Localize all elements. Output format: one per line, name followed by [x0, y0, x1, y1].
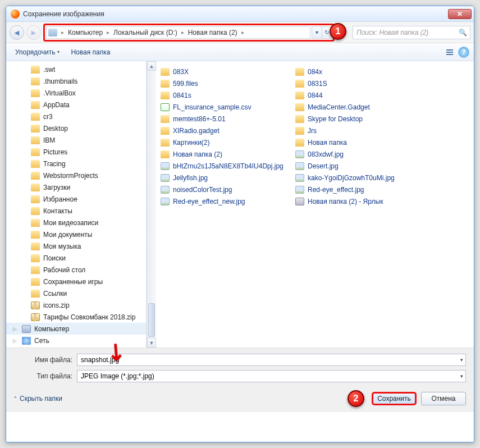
- file-item[interactable]: FL_insurance_sample.csv: [158, 101, 293, 113]
- img-icon: [295, 174, 304, 182]
- file-item[interactable]: Jellyfish.jpg: [158, 172, 293, 184]
- file-item[interactable]: XIRadio.gadget: [158, 125, 293, 136]
- file-item[interactable]: memtest86+-5.01: [158, 113, 293, 125]
- file-item[interactable]: Новая папка: [293, 136, 428, 148]
- zip-icon: [31, 301, 40, 309]
- filetype-select[interactable]: JPEG Image (*.jpg;*.jpg) ▾: [77, 370, 466, 382]
- filename-input[interactable]: snapshot.jpg ▾: [77, 354, 466, 366]
- tree-item[interactable]: Ссылки: [6, 287, 146, 299]
- scroll-up-button[interactable]: ▲: [147, 61, 156, 71]
- img-icon: [295, 150, 304, 158]
- file-item-label: Skype for Desktop: [308, 115, 363, 123]
- back-button[interactable]: ◄: [10, 25, 24, 40]
- chevron-down-icon[interactable]: ▾: [460, 357, 463, 363]
- tree-item[interactable]: ▷Сеть: [6, 335, 146, 346]
- cancel-button[interactable]: Отмена: [421, 392, 466, 405]
- tree-item-label: Загрузки: [43, 184, 70, 191]
- file-item[interactable]: 0831S: [293, 77, 428, 89]
- file-item[interactable]: 084x: [293, 66, 428, 77]
- tree-item[interactable]: Desktop: [6, 122, 146, 134]
- file-item[interactable]: Картинки(2): [158, 136, 293, 148]
- close-button[interactable]: ✕: [448, 9, 472, 19]
- firefox-icon: [11, 10, 20, 19]
- img-icon: [295, 186, 304, 194]
- folder-icon: [31, 207, 40, 215]
- file-item-label: 0844: [308, 92, 323, 99]
- expand-icon[interactable]: ▷: [13, 338, 19, 344]
- tree-item[interactable]: .VirtualBox: [6, 87, 146, 99]
- file-item[interactable]: Новая папка (2): [158, 148, 293, 160]
- tree-item[interactable]: icons.zip: [6, 299, 146, 311]
- tree-item-label: Моя музыка: [43, 243, 81, 250]
- tree-item[interactable]: Pictures: [6, 146, 146, 158]
- tree-item[interactable]: Поиски: [6, 252, 146, 264]
- tree-item-label: AppData: [43, 101, 70, 109]
- tree-item[interactable]: Сохраненные игры: [6, 276, 146, 287]
- file-item[interactable]: 599.files: [158, 77, 293, 89]
- file-item[interactable]: 0841s: [158, 89, 293, 101]
- tree-item[interactable]: Моя музыка: [6, 240, 146, 252]
- breadcrumb-item[interactable]: Локальный диск (D:): [112, 28, 179, 38]
- folder-icon: [31, 195, 40, 203]
- folder-icon: [31, 66, 40, 74]
- search-input[interactable]: Поиск: Новая папка (2) 🔍: [353, 26, 470, 39]
- chevron-down-icon[interactable]: ▾: [460, 373, 463, 379]
- file-item[interactable]: noisedColorTest.jpg: [158, 184, 293, 195]
- tree-item-label: Tracing: [43, 160, 66, 168]
- file-item[interactable]: kako-YgoiDjGzowhT0uMi.jpg: [293, 172, 428, 184]
- tree-item[interactable]: Тарифы Совкомбанк 2018.zip: [6, 311, 146, 323]
- file-item[interactable]: Jrs: [293, 125, 428, 136]
- hide-folders-button[interactable]: ˄ Скрыть папки: [14, 395, 62, 403]
- tree-item[interactable]: .thumbnails: [6, 75, 146, 87]
- folder-icon: [31, 113, 40, 121]
- scroll-down-button[interactable]: ▼: [147, 338, 156, 348]
- file-item[interactable]: Red-eye_effect.jpg: [293, 184, 428, 195]
- file-item[interactable]: bHtZrnu2s1J5aN8EX8Tb4IU4Dpj.jpg: [158, 160, 293, 172]
- folder-icon: [31, 160, 40, 168]
- file-item[interactable]: 083xdwf.jpg: [293, 148, 428, 160]
- file-item[interactable]: Skype for Desktop: [293, 113, 428, 125]
- file-item[interactable]: 083X: [158, 66, 293, 77]
- breadcrumb-item[interactable]: Новая папка (2): [186, 28, 239, 38]
- folder-icon: [161, 92, 170, 99]
- tree-scrollbar[interactable]: ▲ ▼: [147, 61, 156, 348]
- organize-button[interactable]: Упорядочить ▾: [11, 46, 64, 58]
- file-list[interactable]: 083X599.files0841sFL_insurance_sample.cs…: [156, 61, 474, 348]
- view-options-button[interactable]: [444, 47, 456, 58]
- file-item[interactable]: MediaCenter.Gadget: [293, 101, 428, 113]
- file-item[interactable]: Desert.jpg: [293, 160, 428, 172]
- file-item-label: FL_insurance_sample.csv: [173, 103, 251, 111]
- tree-item[interactable]: WebstormProjects: [6, 170, 146, 181]
- chevron-up-icon: ˄: [14, 396, 17, 402]
- tree-item-label: Desktop: [43, 125, 68, 132]
- tree-item[interactable]: IBM: [6, 134, 146, 146]
- tree-item[interactable]: Избранное: [6, 193, 146, 205]
- save-button[interactable]: 2 Сохранить: [372, 392, 417, 405]
- file-item[interactable]: Red-eye_effect_new.jpg: [158, 195, 293, 207]
- tree-item[interactable]: cr3: [6, 111, 146, 122]
- forward-button[interactable]: ►: [26, 25, 41, 40]
- tree-item[interactable]: Контакты: [6, 205, 146, 217]
- address-bar[interactable]: ▸ Компьютер ▸ Локальный диск (D:) ▸ Нова…: [46, 26, 310, 39]
- help-button[interactable]: ?: [458, 47, 469, 58]
- tree-item[interactable]: Мои видеозаписи: [6, 217, 146, 228]
- folder-tree[interactable]: .swt.thumbnails.VirtualBoxAppDatacr3Desk…: [6, 61, 147, 348]
- address-dropdown-button[interactable]: ▾: [312, 26, 322, 39]
- tree-item[interactable]: Tracing: [6, 158, 146, 170]
- titlebar[interactable]: Сохранение изображения ✕: [6, 6, 474, 22]
- breadcrumb-item[interactable]: Компьютер: [66, 28, 104, 38]
- tree-item[interactable]: ▷Компьютер: [6, 323, 146, 335]
- tree-item[interactable]: Мои документы: [6, 228, 146, 240]
- expand-icon[interactable]: ▷: [13, 326, 19, 332]
- filename-form: Имя файла: snapshot.jpg ▾ Тип файла: JPE…: [6, 348, 474, 387]
- tree-item[interactable]: .swt: [6, 63, 146, 75]
- tree-item[interactable]: AppData: [6, 99, 146, 111]
- tree-item[interactable]: Рабочий стол: [6, 264, 146, 276]
- scroll-thumb[interactable]: [148, 303, 155, 337]
- window-title: Сохранение изображения: [23, 10, 448, 18]
- new-folder-button[interactable]: Новая папка: [66, 46, 115, 58]
- file-item[interactable]: 0844: [293, 89, 428, 101]
- file-item[interactable]: Новая папка (2) - Ярлык: [293, 195, 428, 207]
- search-icon[interactable]: 🔍: [459, 29, 467, 36]
- tree-item[interactable]: Загрузки: [6, 181, 146, 193]
